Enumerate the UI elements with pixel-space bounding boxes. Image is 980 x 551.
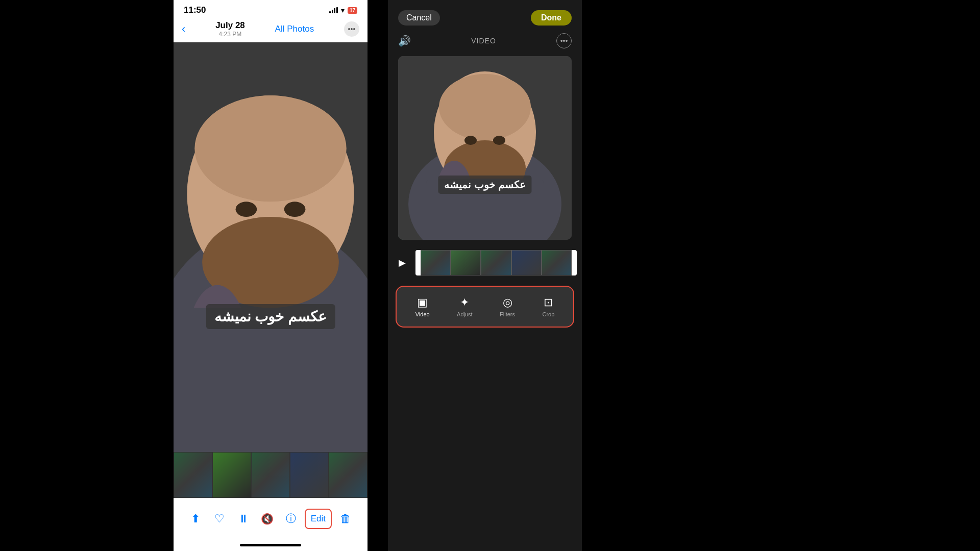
edit-top-bar: Cancel Done bbox=[388, 0, 582, 31]
filmstrip-thumb-5 bbox=[329, 452, 368, 498]
delete-icon: 🗑 bbox=[340, 512, 351, 525]
home-bar bbox=[240, 544, 301, 546]
filmstrip-thumb-2 bbox=[212, 452, 251, 498]
video-tool-icon: ▣ bbox=[417, 296, 428, 309]
video-area: عکسم خوب نمیشه bbox=[174, 42, 368, 452]
edit-preview: عکسم خوب نمیشه bbox=[398, 56, 572, 240]
status-time: 11:50 bbox=[184, 5, 206, 15]
heart-button[interactable]: ♡ bbox=[209, 509, 230, 529]
tool-filters[interactable]: ◎ Filters bbox=[494, 292, 521, 321]
more-icon: ••• bbox=[348, 25, 356, 33]
cancel-button[interactable]: Cancel bbox=[398, 10, 440, 26]
video-background: عکسم خوب نمیشه bbox=[174, 42, 368, 452]
svg-point-16 bbox=[464, 136, 477, 145]
edit-filmstrip-thumb-1 bbox=[421, 250, 451, 276]
all-photos-link[interactable]: All Photos bbox=[275, 24, 314, 34]
edit-more-button[interactable]: ••• bbox=[556, 33, 572, 48]
status-bar: 11:50 ▾ 17 bbox=[174, 0, 368, 18]
edit-filmstrip-thumb-2 bbox=[451, 250, 481, 276]
filmstrip-thumb-3 bbox=[251, 452, 290, 498]
heart-icon: ♡ bbox=[214, 512, 225, 525]
tool-video[interactable]: ▣ Video bbox=[409, 292, 436, 321]
edit-tools-container: ▣ Video ✦ Adjust ◎ Filters ⊡ Crop bbox=[396, 286, 574, 328]
arabic-text-overlay: عکسم خوب نمیشه bbox=[206, 304, 335, 329]
filmstrip bbox=[174, 452, 368, 498]
edit-button[interactable]: Edit bbox=[305, 509, 332, 529]
pause-icon: ⏸ bbox=[238, 512, 249, 525]
edit-tools-bar: ▣ Video ✦ Adjust ◎ Filters ⊡ Crop bbox=[402, 292, 568, 321]
info-button[interactable]: ⓘ bbox=[281, 509, 301, 529]
more-options-button[interactable]: ••• bbox=[344, 21, 359, 37]
volume-icon[interactable]: 🔊 bbox=[398, 35, 411, 47]
svg-rect-10 bbox=[174, 308, 368, 452]
edit-arabic-text: عکسم خوب نمیشه bbox=[438, 176, 531, 194]
tool-adjust[interactable]: ✦ Adjust bbox=[451, 292, 479, 321]
filters-tool-label: Filters bbox=[500, 311, 515, 317]
filmstrip-thumb-4 bbox=[290, 452, 329, 498]
mute-icon: 🔇 bbox=[261, 513, 274, 525]
pause-button[interactable]: ⏸ bbox=[233, 509, 254, 529]
edit-filmstrip-thumb-3 bbox=[481, 250, 511, 276]
status-icons: ▾ 17 bbox=[329, 6, 357, 14]
svg-point-17 bbox=[493, 136, 505, 145]
crop-tool-icon: ⊡ bbox=[544, 296, 553, 309]
delete-button[interactable]: 🗑 bbox=[335, 509, 356, 529]
nav-date: July 28 bbox=[215, 20, 245, 31]
nav-time: 4:23 PM bbox=[215, 31, 245, 38]
play-icon: ▶ bbox=[399, 257, 406, 268]
svg-point-5 bbox=[236, 202, 257, 217]
svg-point-4 bbox=[194, 95, 346, 202]
filmstrip-bracket-left bbox=[415, 250, 421, 276]
wifi-icon: ▾ bbox=[341, 6, 345, 14]
play-button[interactable]: ▶ bbox=[393, 254, 411, 272]
action-bar: ⬆ ♡ ⏸ 🔇 ⓘ Edit 🗑 bbox=[174, 498, 368, 539]
edit-filmstrip-thumb-4 bbox=[511, 250, 542, 276]
signal-icon bbox=[329, 7, 338, 13]
phone-screen: 11:50 ▾ 17 ‹ July 28 4:23 PM All Photos … bbox=[174, 0, 368, 551]
nav-center: July 28 4:23 PM bbox=[215, 20, 245, 38]
share-icon: ⬆ bbox=[191, 512, 200, 525]
adjust-tool-icon: ✦ bbox=[460, 296, 469, 309]
filmstrip-bracket-right bbox=[572, 250, 577, 276]
edit-filmstrip[interactable] bbox=[415, 250, 577, 276]
filmstrip-thumb-1 bbox=[174, 452, 212, 498]
edit-preview-background: عکسم خوب نمیشه bbox=[398, 56, 572, 240]
left-black-panel bbox=[0, 0, 174, 551]
edit-filmstrip-thumb-5 bbox=[542, 250, 572, 276]
video-tool-label: Video bbox=[415, 311, 430, 317]
edit-sub-bar: 🔊 VIDEO ••• bbox=[388, 31, 582, 56]
nav-bar: ‹ July 28 4:23 PM All Photos ••• bbox=[174, 18, 368, 42]
back-button[interactable]: ‹ bbox=[182, 22, 185, 36]
adjust-tool-label: Adjust bbox=[457, 311, 473, 317]
crop-tool-label: Crop bbox=[542, 311, 554, 317]
battery-badge: 17 bbox=[348, 7, 357, 14]
right-black-panel bbox=[582, 0, 980, 551]
svg-point-6 bbox=[284, 202, 306, 217]
tool-crop[interactable]: ⊡ Crop bbox=[536, 292, 560, 321]
video-label: VIDEO bbox=[471, 37, 496, 45]
share-button[interactable]: ⬆ bbox=[185, 509, 206, 529]
info-icon: ⓘ bbox=[286, 512, 296, 525]
edit-panel: Cancel Done 🔊 VIDEO ••• عکس bbox=[388, 0, 582, 551]
video-content bbox=[174, 42, 368, 452]
done-button[interactable]: Done bbox=[531, 10, 572, 26]
filters-tool-icon: ◎ bbox=[503, 296, 512, 309]
edit-video-content bbox=[398, 56, 572, 240]
middle-gap bbox=[368, 0, 388, 551]
home-indicator bbox=[174, 539, 368, 551]
more-dots-icon: ••• bbox=[560, 37, 568, 45]
svg-point-15 bbox=[439, 74, 531, 140]
mute-button[interactable]: 🔇 bbox=[257, 509, 277, 529]
edit-filmstrip-container: ▶ bbox=[388, 240, 582, 281]
